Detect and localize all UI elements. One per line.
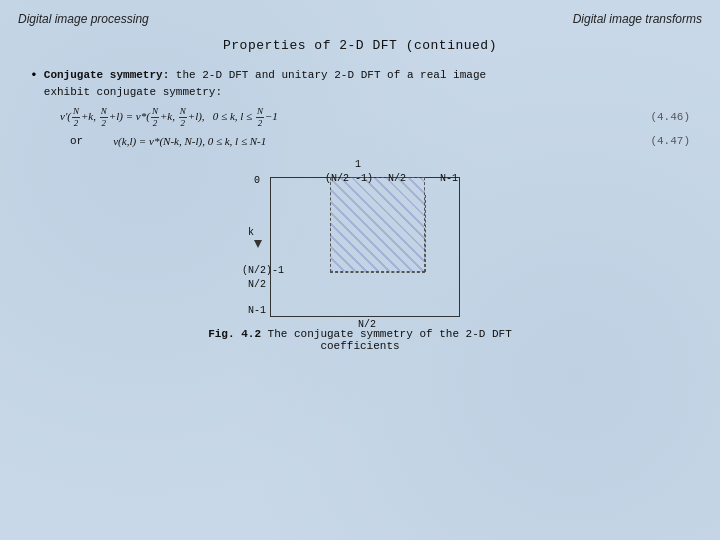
or-line: or v(k,l) = v*(N-k, N-l), 0 ≤ k, l ≤ N-1… (60, 135, 690, 147)
dashed-line-h (330, 272, 425, 273)
label-k: k (248, 227, 254, 238)
label-N1-left: N-1 (248, 305, 266, 316)
dashed-line-v (425, 195, 426, 272)
header-left: Digital image processing (18, 12, 149, 26)
figure-area: 1 (N/2 -1) N/2 N-1 0 k (N/2)-1 N/2 N-1 N… (200, 157, 520, 352)
eq1-number: (4.46) (650, 111, 690, 123)
label-0: 0 (254, 175, 260, 186)
main-content: Properties of 2-D DFT (continued) • Conj… (30, 38, 690, 520)
arrow-k (254, 240, 262, 248)
hatched-region (330, 177, 425, 272)
bullet-section: • Conjugate symmetry: the 2-D DFT and un… (30, 67, 690, 147)
label-N2-left: N/2 (248, 279, 266, 290)
eq2-number: (4.47) (650, 135, 690, 147)
label-N1-top: N-1 (440, 173, 458, 184)
section-title: Properties of 2-D DFT (continued) (30, 38, 690, 53)
label-N2minus1-left: (N/2)-1 (242, 265, 284, 276)
fig-caption-bold: Fig. 4.2 (208, 328, 261, 340)
header-right: Digital image transforms (573, 12, 702, 26)
label-1: 1 (355, 159, 361, 170)
figure-caption: Fig. 4.2 The conjugate symmetry of the 2… (200, 328, 520, 352)
fig-caption-text: The conjugate symmetry of the 2-D DFT co… (261, 328, 512, 352)
equation-1: v'(N2+k, N2+l) = v*(N2+k, N2+l), 0 ≤ k, … (60, 106, 690, 129)
label-N2-top: N/2 (388, 173, 406, 184)
bullet-dot: • (30, 68, 38, 83)
diagram-container: 1 (N/2 -1) N/2 N-1 0 k (N/2)-1 N/2 N-1 N… (240, 157, 500, 332)
conjugate-symmetry-text: Conjugate symmetry: the 2-D DFT and unit… (44, 67, 486, 100)
label-N2minus1-top: (N/2 -1) (325, 173, 373, 184)
